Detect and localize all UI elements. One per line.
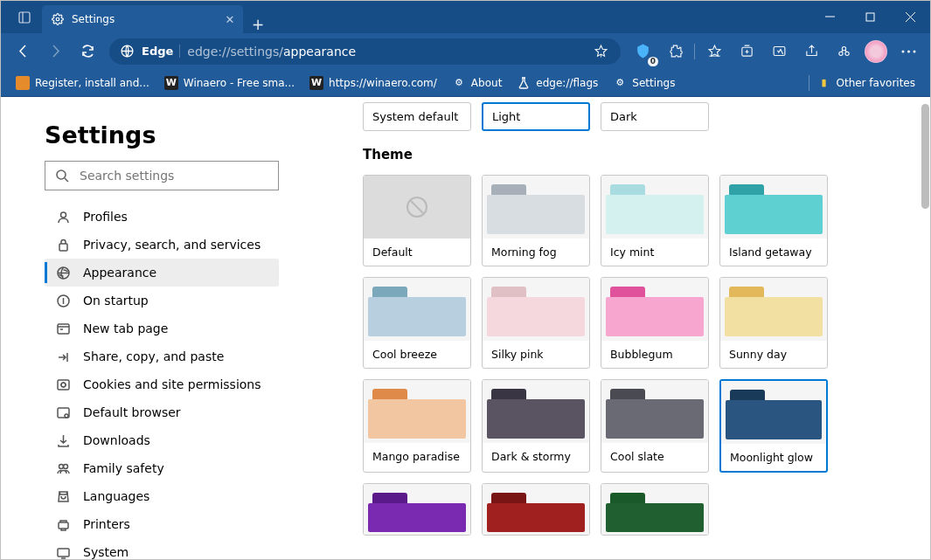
nav-label: Privacy, search, and services (83, 238, 261, 252)
maximize-button[interactable] (850, 1, 890, 33)
menu-button[interactable] (893, 38, 923, 66)
nav-icon (55, 545, 71, 560)
share-button[interactable] (796, 38, 826, 66)
bookmark-item[interactable]: edge://flags (511, 73, 604, 93)
close-icon[interactable]: ✕ (223, 13, 237, 26)
theme-dark-stormy[interactable]: Dark & stormy (482, 379, 590, 473)
bookmark-item[interactable]: ⚙Settings (607, 73, 681, 93)
svg-point-7 (838, 52, 842, 55)
sidebar-item-printers[interactable]: Printers (45, 510, 279, 538)
tab-actions-button[interactable] (7, 1, 42, 33)
extension-button[interactable]: 0 (628, 38, 657, 66)
sidebar-item-new-tab-page[interactable]: New tab page (45, 315, 279, 342)
nav-label: Printers (83, 517, 130, 531)
mode-light[interactable]: Light (482, 102, 590, 131)
gear-icon (51, 13, 65, 25)
nav-icon (55, 433, 71, 448)
mode-dark[interactable]: Dark (601, 102, 709, 131)
theme-label: Silky pink (483, 341, 589, 368)
bookmark-item[interactable]: Register, install and... (10, 73, 156, 93)
theme-label: Moonlight glow (721, 444, 826, 471)
theme-partial[interactable] (363, 483, 471, 536)
back-button[interactable] (8, 38, 38, 66)
theme-island-getaway[interactable]: Island getaway (719, 175, 828, 266)
svg-rect-17 (58, 324, 69, 334)
nav-icon (55, 294, 71, 308)
theme-cool-slate[interactable]: Cool slate (601, 379, 709, 473)
theme-icy-mint[interactable]: Icy mint (601, 175, 709, 266)
sidebar-item-share-copy-and-paste[interactable]: Share, copy, and paste (45, 342, 279, 370)
bookmark-item[interactable]: Whttps://winaero.com/ (303, 73, 443, 93)
search-settings[interactable] (45, 161, 279, 190)
svg-point-21 (65, 414, 68, 418)
mode-system-default[interactable]: System default (363, 102, 471, 131)
other-favorites[interactable]: ▮Other favorites (801, 73, 921, 93)
nav-label: Profiles (83, 210, 128, 224)
theme-mango-paradise[interactable]: Mango paradise (363, 379, 471, 473)
nav-label: System (83, 545, 129, 559)
profile-avatar[interactable] (861, 38, 891, 66)
svg-rect-25 (58, 549, 69, 557)
sidebar-item-languages[interactable]: Languages (45, 482, 279, 510)
bookmark-item[interactable]: ⚙About (446, 73, 508, 93)
window-close-button[interactable] (890, 1, 930, 33)
sidebar-item-downloads[interactable]: Downloads (45, 426, 279, 454)
tab-title: Settings (72, 13, 216, 25)
collections-button[interactable] (732, 38, 761, 66)
extensions-menu-icon[interactable] (660, 38, 690, 66)
theme-silky-pink[interactable]: Silky pink (482, 277, 590, 369)
theme-default[interactable]: Default (363, 175, 471, 266)
svg-point-19 (61, 383, 66, 387)
theme-cool-breeze[interactable]: Cool breeze (363, 277, 471, 369)
nav-label: New tab page (83, 321, 168, 335)
svg-rect-20 (58, 408, 69, 418)
sidebar-item-cookies-and-site-permissions[interactable]: Cookies and site permissions (45, 370, 279, 398)
browser-tab[interactable]: Settings ✕ (42, 5, 243, 33)
theme-label: Island getaway (720, 239, 827, 266)
sidebar-item-on-startup[interactable]: On startup (45, 287, 279, 315)
svg-point-8 (844, 52, 848, 55)
flask-icon (517, 76, 531, 90)
svg-point-10 (907, 50, 910, 52)
nav-label: On startup (83, 294, 149, 308)
refresh-button[interactable] (73, 38, 102, 66)
theme-partial[interactable] (601, 483, 709, 536)
svg-rect-0 (19, 12, 30, 23)
search-input[interactable] (80, 169, 267, 183)
new-tab-button[interactable]: + (243, 12, 273, 33)
address-bar[interactable]: Edge edge://settings/appearance (109, 38, 621, 65)
theme-partial[interactable] (482, 483, 590, 536)
nav-label: Languages (83, 489, 149, 503)
theme-label: Icy mint (601, 239, 708, 266)
theme-sunny-day[interactable]: Sunny day (719, 277, 828, 369)
nav-label: Family safety (83, 461, 164, 475)
theme-label: Bubblegum (601, 341, 708, 368)
sidebar-item-profiles[interactable]: Profiles (45, 203, 279, 231)
sidebar-item-default-browser[interactable]: Default browser (45, 398, 279, 426)
minimize-button[interactable] (809, 1, 850, 33)
scrollbar-thumb[interactable] (921, 104, 929, 209)
svg-point-23 (63, 464, 67, 468)
theme-morning-fog[interactable]: Morning fog (482, 175, 590, 266)
svg-point-9 (901, 50, 904, 52)
settings-sidebar: Settings ProfilesPrivacy, search, and se… (1, 97, 309, 559)
sidebar-item-appearance[interactable]: Appearance (45, 259, 279, 287)
screenshot-button[interactable] (764, 38, 794, 66)
theme-moonlight-glow[interactable]: Moonlight glow (719, 379, 828, 473)
settings-content: Settings ProfilesPrivacy, search, and se… (1, 97, 930, 559)
bookmarks-bar: Register, install and... WWinaero - Free… (1, 69, 930, 97)
forward-button[interactable] (40, 38, 70, 66)
sidebar-item-privacy-search-and-services[interactable]: Privacy, search, and services (45, 231, 279, 259)
bookmark-item[interactable]: WWinaero - Free sma... (158, 73, 301, 93)
performance-button[interactable] (829, 38, 858, 66)
sidebar-item-system[interactable]: System (45, 538, 279, 559)
favorite-star-icon[interactable] (586, 38, 615, 66)
favorites-button[interactable] (699, 38, 729, 66)
nav-icon (55, 238, 71, 252)
sidebar-item-family-safety[interactable]: Family safety (45, 454, 279, 482)
svg-rect-18 (58, 380, 69, 390)
site-identity-icon[interactable] (120, 44, 135, 59)
theme-bubblegum[interactable]: Bubblegum (601, 277, 709, 369)
svg-point-13 (60, 212, 66, 218)
svg-point-12 (57, 170, 66, 179)
